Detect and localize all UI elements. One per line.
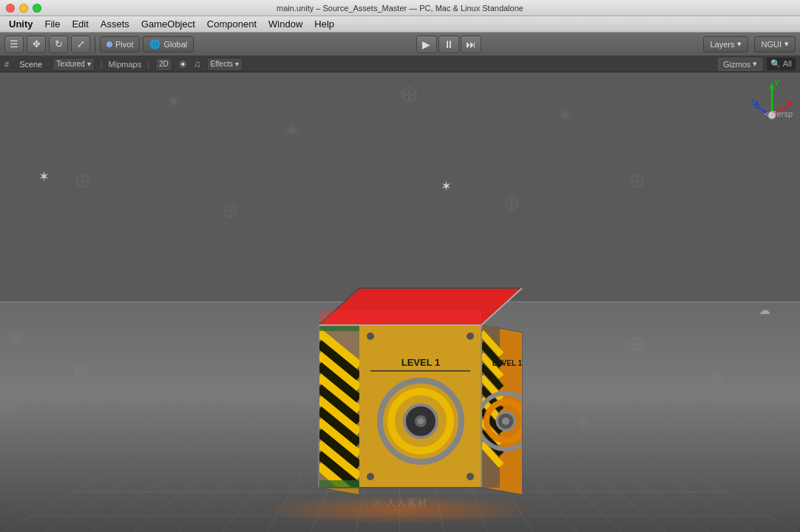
menu-assets[interactable]: Assets (95, 17, 135, 31)
hand-tool-button[interactable]: ☰ (4, 35, 24, 53)
gizmos-button[interactable]: Gizmos ▾ (718, 58, 762, 71)
play-button[interactable]: ▶ (416, 35, 437, 53)
ngui-dropdown[interactable]: NGUI ▾ (754, 36, 796, 52)
pivot-button[interactable]: Pivot (100, 36, 140, 52)
pivot-dot (106, 41, 112, 47)
title-bar: main.unity – Source_Assets_Master — PC, … (0, 0, 800, 16)
menu-file[interactable]: File (39, 17, 67, 31)
bg-symbol-2: ☀ (281, 117, 302, 145)
menu-bar: Unity File Edit Assets GameObject Compon… (0, 16, 800, 33)
svg-rect-34 (359, 325, 481, 488)
toolbar-separator (95, 36, 95, 52)
svg-marker-54 (319, 310, 481, 325)
cloud-icon: ☁ (759, 303, 770, 317)
bg-symbol-g4: ⊕ (710, 369, 725, 389)
crate-container: LEVEL 1 (241, 244, 559, 532)
play-controls: ▶ ⏸ ⏭ (416, 35, 481, 53)
global-icon: 🌐 (149, 39, 160, 50)
textured-label: Textured (56, 60, 84, 68)
bg-symbol-8: ⊕ (628, 168, 645, 193)
sun-icon-2: ✶ (441, 178, 452, 194)
global-label: Global (163, 40, 187, 49)
pause-button[interactable]: ⏸ (438, 35, 459, 53)
window-title: main.unity – Source_Assets_Master — PC, … (277, 4, 523, 13)
gizmos-label: Gizmos (723, 60, 750, 69)
pivot-label: Pivot (115, 40, 133, 49)
menu-gameobject[interactable]: GameObject (135, 17, 201, 31)
layers-chevron-icon: ▾ (737, 39, 742, 49)
search-all-field[interactable]: 🔍 All (767, 58, 796, 70)
ngui-chevron-icon: ▾ (784, 39, 789, 49)
viewport: ☀ ☀ ⊕ ☀ ⊕ ⊕ ⊕ ⊕ ✶ ✶ ⊕ ⊕ ⊕ ⊕ ⊕ ⊕ ☁ (0, 72, 800, 532)
toolbar: ☰ ✥ ↻ ⤢ Pivot 🌐 Global ▶ ⏸ ⏭ Layers ▾ NG… (0, 33, 800, 56)
svg-text:Y: Y (774, 79, 779, 87)
bg-symbol-7: ⊕ (503, 191, 520, 215)
scale-tool-button[interactable]: ⤢ (71, 35, 90, 53)
2d-label: 2D (159, 60, 169, 68)
hash-icon: # (4, 60, 9, 69)
scene-toolbar: # Scene Textured ▾ | Mipmaps | 2D ☀ ♫ Ef… (0, 56, 800, 72)
menu-component[interactable]: Component (201, 17, 262, 31)
svg-text:LEVEL 1: LEVEL 1 (492, 359, 523, 367)
gizmos-chevron: ▾ (753, 59, 757, 69)
bg-symbol-g6: ⊕ (577, 413, 590, 432)
menu-unity[interactable]: Unity (3, 17, 39, 31)
bg-symbol-5: ⊕ (74, 168, 91, 193)
search-icon: 🔍 (770, 59, 781, 68)
sun-toggle-icon[interactable]: ☀ (178, 58, 188, 70)
layers-dropdown[interactable]: Layers ▾ (703, 36, 748, 52)
bg-symbol-1: ☀ (163, 87, 184, 115)
sun-icon-1: ✶ (38, 168, 50, 185)
bg-symbol-g1: ⊕ (7, 324, 24, 349)
svg-rect-20 (319, 325, 359, 331)
svg-marker-65 (788, 100, 793, 106)
mipmaps-label: Mipmaps (109, 60, 142, 69)
rotate-tool-button[interactable]: ↻ (49, 35, 68, 53)
ngui-label: NGUI (761, 40, 782, 49)
scene-tab[interactable]: Scene (15, 58, 47, 70)
traffic-lights (6, 4, 41, 13)
step-button[interactable]: ⏭ (461, 35, 481, 53)
svg-rect-21 (319, 480, 359, 488)
divider1: | (101, 60, 103, 69)
bg-symbol-g3: ⊕ (628, 332, 645, 356)
bg-symbol-3: ⊕ (399, 80, 419, 108)
close-button[interactable] (6, 4, 15, 13)
maximize-button[interactable] (33, 4, 41, 13)
menu-edit[interactable]: Edit (66, 17, 94, 31)
effects-dropdown[interactable]: Effects ▾ (207, 58, 243, 71)
2d-button[interactable]: 2D (155, 58, 172, 71)
menu-window[interactable]: Window (262, 17, 308, 31)
bg-symbol-6: ⊕ (222, 198, 239, 222)
effects-chevron: ▾ (235, 60, 239, 68)
audio-icon[interactable]: ♫ (194, 58, 201, 69)
textured-chevron: ▾ (87, 60, 91, 68)
minimize-button[interactable] (19, 4, 28, 13)
global-button[interactable]: 🌐 Global (143, 36, 194, 52)
bg-symbol-g5: ⊕ (0, 398, 13, 417)
svg-point-52 (502, 417, 509, 425)
all-label: All (783, 59, 792, 68)
effects-label: Effects (211, 60, 233, 68)
persp-label: < Persp (765, 109, 793, 118)
move-tool-button[interactable]: ✥ (27, 35, 46, 53)
layers-label: Layers (710, 40, 734, 49)
textured-dropdown[interactable]: Textured ▾ (52, 58, 94, 71)
divider2: | (147, 60, 149, 69)
svg-text:Z: Z (750, 98, 755, 106)
menu-help[interactable]: Help (308, 17, 340, 31)
bg-symbol-g2: ⊕ (74, 361, 89, 382)
bg-symbol-4: ☀ (555, 102, 576, 130)
